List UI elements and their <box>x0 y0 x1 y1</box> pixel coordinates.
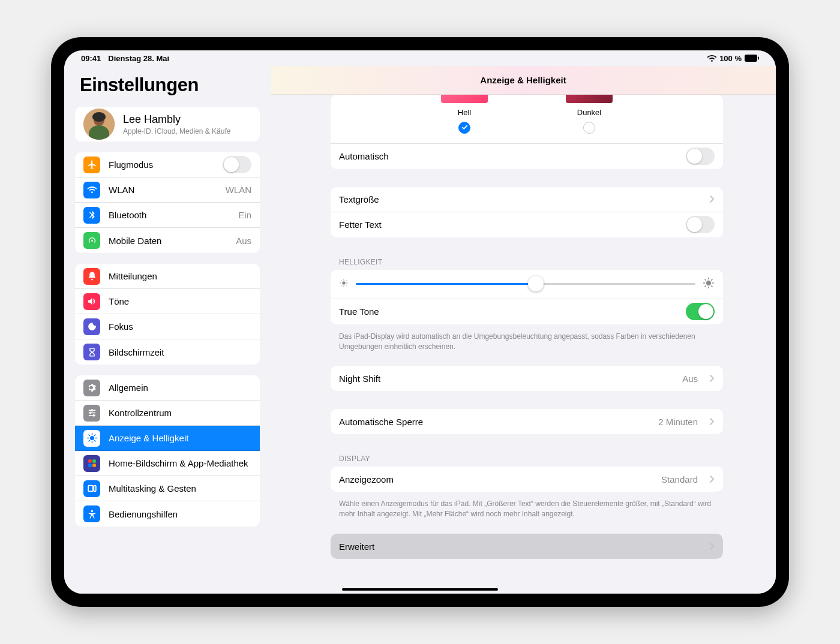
svg-point-12 <box>91 510 93 512</box>
svg-point-14 <box>706 281 711 285</box>
bell-icon <box>83 268 100 285</box>
moon-icon <box>83 318 100 335</box>
appearance-selector: Hell Dunkel <box>331 95 723 144</box>
autolock-value: 2 Minuten <box>658 417 698 427</box>
nightshift-value: Aus <box>682 374 698 384</box>
brightness-icon <box>83 430 100 447</box>
svg-rect-6 <box>88 459 92 463</box>
sidebar-general[interactable]: Allgemein <box>75 375 260 401</box>
status-battery-text: 100 % <box>719 54 742 63</box>
boldtext-row[interactable]: Fetter Text <box>331 212 723 237</box>
sidebar-controlcenter[interactable]: Kontrollzentrum <box>75 401 260 426</box>
boldtext-toggle[interactable] <box>686 216 715 233</box>
appearance-light[interactable]: Hell <box>441 95 488 134</box>
sidebar-homescreen[interactable]: Home-Bildschirm & App-Mediathek <box>75 451 260 476</box>
airplane-toggle[interactable] <box>223 156 251 173</box>
sliders-icon <box>83 405 100 422</box>
content-pane: Anzeige & Helligkeit Hell Dunkel <box>271 66 776 594</box>
multitask-icon <box>83 480 100 497</box>
displayzoom-value: Standard <box>661 474 698 484</box>
multitasking-label: Multitasking & Gesten <box>109 483 251 493</box>
displayzoom-label: Anzeigezoom <box>339 474 653 484</box>
wlan-label: WLAN <box>109 185 217 195</box>
advanced-row[interactable]: Erweitert <box>331 534 723 559</box>
svg-point-4 <box>92 112 106 122</box>
notifications-label: Mitteilungen <box>109 271 251 281</box>
focus-label: Fokus <box>109 321 251 332</box>
screentime-label: Bildschirmzeit <box>109 347 251 357</box>
textsize-row[interactable]: Textgröße <box>331 187 723 212</box>
sidebar-screentime[interactable]: Bildschirmzeit <box>75 339 260 365</box>
slider-thumb[interactable] <box>528 276 544 291</box>
controlcenter-label: Kontrollzentrum <box>109 408 251 418</box>
apps-icon <box>83 455 100 472</box>
status-date: Dienstag 28. Mai <box>108 54 169 63</box>
svg-rect-9 <box>92 464 96 467</box>
accessibility-icon <box>83 505 100 522</box>
profile-name: Lee Hambly <box>123 113 251 126</box>
sidebar-cellular[interactable]: Mobile Daten Aus <box>75 228 260 253</box>
svg-rect-0 <box>745 55 757 62</box>
boldtext-label: Fetter Text <box>339 219 677 230</box>
sidebar-display[interactable]: Anzeige & Helligkeit <box>75 426 260 451</box>
automatic-toggle[interactable] <box>686 148 715 165</box>
svg-rect-1 <box>758 57 759 60</box>
sidebar-bluetooth[interactable]: Bluetooth Ein <box>75 203 260 228</box>
advanced-label: Erweitert <box>339 541 698 552</box>
sidebar-sounds[interactable]: Töne <box>75 289 260 314</box>
airplane-label: Flugmodus <box>109 160 214 170</box>
sidebar-multitasking[interactable]: Multitasking & Gesten <box>75 476 260 501</box>
sidebar-focus[interactable]: Fokus <box>75 314 260 339</box>
light-label: Hell <box>458 108 471 117</box>
display-section-header: DISPLAY <box>331 455 723 467</box>
light-radio[interactable] <box>458 122 470 134</box>
chevron-icon <box>710 543 715 550</box>
cellular-icon <box>83 232 100 249</box>
brightness-slider[interactable] <box>356 283 695 285</box>
apple-id-row[interactable]: Lee Hambly Apple-ID, iCloud, Medien & Kä… <box>75 107 260 142</box>
sidebar-wlan[interactable]: WLAN WLAN <box>75 177 260 203</box>
display-label: Anzeige & Helligkeit <box>109 433 251 443</box>
wifi-icon <box>707 55 716 62</box>
truetone-toggle[interactable] <box>686 303 715 320</box>
wlan-icon <box>83 182 100 198</box>
battery-icon <box>745 55 759 62</box>
ipad-frame: 09:41 Dienstag 28. Mai 100 % Einstellung… <box>51 37 789 607</box>
bluetooth-value: Ein <box>238 210 251 220</box>
homescreen-label: Home-Bildschirm & App-Mediathek <box>109 458 251 468</box>
sidebar-airplane[interactable]: Flugmodus <box>75 152 260 177</box>
autolock-row[interactable]: Automatische Sperre 2 Minuten <box>331 409 723 434</box>
automatic-row[interactable]: Automatisch <box>331 144 723 169</box>
textsize-label: Textgröße <box>339 194 698 204</box>
sidebar[interactable]: Einstellungen Lee Hambly Apple-ID, iClou… <box>64 66 271 594</box>
nightshift-label: Night Shift <box>339 374 674 384</box>
status-time: 09:41 <box>81 54 101 63</box>
statusbar: 09:41 Dienstag 28. Mai 100 % <box>64 50 776 66</box>
general-label: Allgemein <box>109 383 251 393</box>
sun-large-icon <box>703 277 715 291</box>
wlan-value: WLAN <box>226 185 251 195</box>
brightness-slider-row <box>331 270 723 299</box>
chevron-icon <box>710 418 715 425</box>
svg-rect-7 <box>92 459 96 463</box>
profile-sub: Apple-ID, iCloud, Medien & Käufe <box>123 127 251 136</box>
svg-rect-11 <box>94 486 96 492</box>
sidebar-title: Einstellungen <box>75 66 260 107</box>
dark-radio[interactable] <box>583 122 595 134</box>
appearance-dark[interactable]: Dunkel <box>566 95 613 134</box>
bluetooth-label: Bluetooth <box>109 210 230 220</box>
truetone-row[interactable]: True Tone <box>331 299 723 324</box>
home-indicator[interactable] <box>342 588 498 591</box>
displayzoom-row[interactable]: Anzeigezoom Standard <box>331 467 723 492</box>
sidebar-notifications[interactable]: Mitteilungen <box>75 264 260 289</box>
sidebar-accessibility[interactable]: Bedienungshilfen <box>75 501 260 526</box>
sounds-label: Töne <box>109 296 251 306</box>
nightshift-row[interactable]: Night Shift Aus <box>331 366 723 391</box>
bluetooth-icon <box>83 207 100 224</box>
svg-point-13 <box>342 281 345 284</box>
gear-icon <box>83 380 100 396</box>
svg-point-5 <box>89 436 94 440</box>
light-thumb <box>441 95 488 103</box>
main-split: Einstellungen Lee Hambly Apple-ID, iClou… <box>64 66 776 594</box>
content-body[interactable]: Hell Dunkel Automatisch Textgröße <box>271 95 776 594</box>
